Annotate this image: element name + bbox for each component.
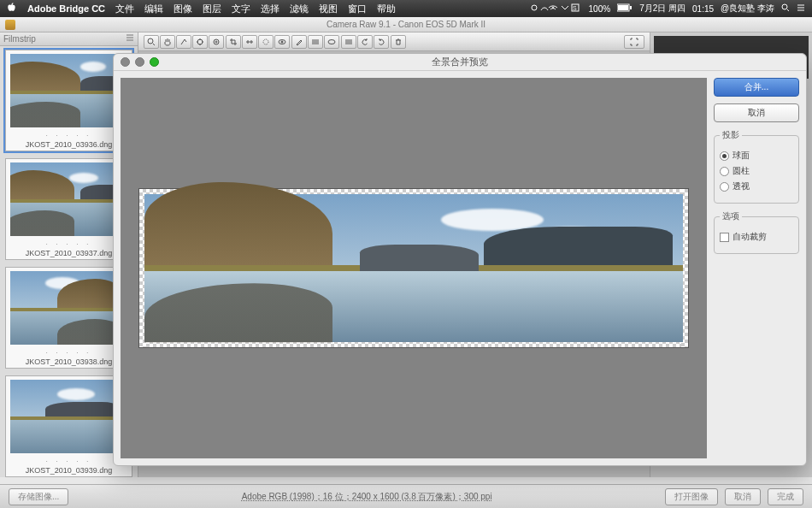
- radio-icon[interactable]: [720, 182, 729, 192]
- crop-tool-icon[interactable]: [226, 35, 241, 49]
- close-dot-icon[interactable]: [121, 57, 130, 67]
- menubar-user[interactable]: @良知塾 李涛: [721, 3, 774, 15]
- options-group: 选项 自动裁剪: [714, 210, 799, 254]
- redeye-tool-icon[interactable]: [274, 35, 290, 49]
- thumbnail-caption: JKOST_2010_03936.dng: [26, 140, 113, 149]
- open-image-button[interactable]: 打开图像: [665, 488, 718, 505]
- apple-icon[interactable]: [7, 3, 17, 15]
- minimize-dot-icon[interactable]: [135, 57, 144, 67]
- svg-text:S: S: [573, 5, 577, 11]
- svg-point-0: [532, 5, 537, 10]
- panorama-canvas: [121, 78, 707, 458]
- cancel-button[interactable]: 取消: [725, 488, 761, 505]
- app-gem-icon: [5, 20, 15, 30]
- projection-cylindrical[interactable]: 圆柱: [720, 165, 793, 177]
- radial-filter-icon[interactable]: [324, 35, 339, 49]
- svg-point-12: [263, 39, 268, 44]
- projection-perspective[interactable]: 透视: [720, 180, 793, 192]
- dialog-title: 全景合并预览: [114, 56, 806, 68]
- thumbnail-caption: JKOST_2010_03939.dng: [26, 466, 113, 475]
- mac-menubar: Adobe Bridge CC 文件 编辑 图像 图层 文字 选择 滤镜 视图 …: [0, 0, 812, 17]
- straighten-tool-icon[interactable]: [242, 35, 257, 49]
- panorama-dialog: 全景合并预览 合并... 取消: [113, 53, 807, 466]
- rating-dots[interactable]: · · · · ·: [46, 133, 92, 139]
- filmstrip-menu-icon[interactable]: [126, 32, 134, 46]
- zoom-tool-icon[interactable]: [144, 35, 159, 49]
- target-adjust-icon[interactable]: [209, 35, 224, 49]
- menu-filter[interactable]: 滤镜: [290, 3, 309, 15]
- rotate-ccw-icon[interactable]: [357, 35, 373, 49]
- menu-image[interactable]: 图像: [174, 3, 192, 15]
- menu-icon[interactable]: [797, 3, 805, 14]
- radio-icon[interactable]: [720, 167, 729, 176]
- svg-rect-5: [618, 5, 628, 10]
- svg-point-8: [148, 38, 153, 44]
- menu-window[interactable]: 窗口: [348, 3, 367, 15]
- rating-dots[interactable]: · · · · ·: [46, 350, 92, 356]
- spot-removal-icon[interactable]: [258, 35, 274, 49]
- spotlight-icon[interactable]: [781, 3, 790, 14]
- dialog-titlebar[interactable]: 全景合并预览: [114, 54, 806, 71]
- menu-file[interactable]: 文件: [115, 3, 134, 15]
- menu-edit[interactable]: 编辑: [144, 3, 163, 15]
- svg-rect-6: [630, 6, 632, 9]
- svg-point-15: [328, 39, 335, 44]
- done-button[interactable]: 完成: [768, 488, 803, 505]
- graduated-filter-icon[interactable]: [308, 35, 323, 49]
- svg-point-10: [214, 39, 219, 44]
- rotate-cw-icon[interactable]: [374, 35, 389, 49]
- svg-point-11: [215, 41, 217, 43]
- bottom-bar: 存储图像... Adobe RGB (1998)；16 位；2400 x 160…: [0, 484, 812, 508]
- merge-button[interactable]: 合并...: [714, 78, 799, 97]
- color-sampler-icon[interactable]: [192, 35, 208, 49]
- svg-point-7: [782, 4, 787, 9]
- menubar-date[interactable]: 7月2日 周四: [639, 3, 685, 15]
- dialog-side-panel: 合并... 取消 投影 球面 圆柱 透视 选项 自动裁剪: [714, 78, 799, 458]
- auto-crop-option[interactable]: 自动裁剪: [720, 231, 793, 243]
- rating-dots[interactable]: · · · · ·: [46, 458, 92, 464]
- panorama-preview: [138, 188, 690, 348]
- white-balance-icon[interactable]: [176, 35, 191, 49]
- battery-pct: 100%: [589, 4, 611, 14]
- filmstrip-header: Filmstrip: [0, 32, 138, 46]
- fullscreen-icon[interactable]: [624, 35, 644, 49]
- prefs-icon[interactable]: [341, 35, 356, 49]
- menu-help[interactable]: 帮助: [377, 3, 396, 15]
- dialog-cancel-button[interactable]: 取消: [714, 103, 799, 122]
- options-legend: 选项: [720, 210, 742, 222]
- workflow-link[interactable]: Adobe RGB (1998)；16 位；2400 x 1600 (3.8 百…: [68, 491, 665, 503]
- menu-type[interactable]: 文字: [232, 3, 250, 15]
- battery-icon[interactable]: [617, 3, 633, 14]
- filmstrip-label: Filmstrip: [3, 32, 36, 46]
- adjustment-brush-icon[interactable]: [291, 35, 307, 49]
- cameraraw-title: Camera Raw 9.1 - Canon EOS 5D Mark II: [327, 20, 485, 29]
- rating-dots[interactable]: · · · · ·: [46, 241, 92, 247]
- hand-tool-icon[interactable]: [160, 35, 175, 49]
- checkbox-icon[interactable]: [720, 233, 729, 242]
- menu-select[interactable]: 选择: [261, 3, 279, 15]
- save-images-button[interactable]: 存储图像...: [9, 488, 68, 505]
- trash-icon[interactable]: [391, 35, 406, 49]
- radio-icon[interactable]: [720, 151, 729, 161]
- menu-layer[interactable]: 图层: [203, 3, 221, 15]
- thumbnail-caption: JKOST_2010_03938.dng: [26, 357, 113, 366]
- cameraraw-titlebar: Camera Raw 9.1 - Canon EOS 5D Mark II: [0, 17, 812, 32]
- app-name[interactable]: Adobe Bridge CC: [27, 3, 105, 14]
- cameraraw-toolbar: [138, 32, 650, 51]
- status-icons[interactable]: S: [531, 3, 582, 15]
- projection-spherical[interactable]: 球面: [720, 150, 793, 162]
- projection-group: 投影 球面 圆柱 透视: [714, 129, 799, 204]
- thumbnail-caption: JKOST_2010_03937.dng: [26, 249, 113, 257]
- svg-point-14: [281, 41, 283, 43]
- menu-view[interactable]: 视图: [319, 3, 338, 15]
- zoom-dot-icon[interactable]: [150, 57, 159, 67]
- projection-legend: 投影: [720, 129, 742, 141]
- menubar-time[interactable]: 01:15: [692, 4, 714, 14]
